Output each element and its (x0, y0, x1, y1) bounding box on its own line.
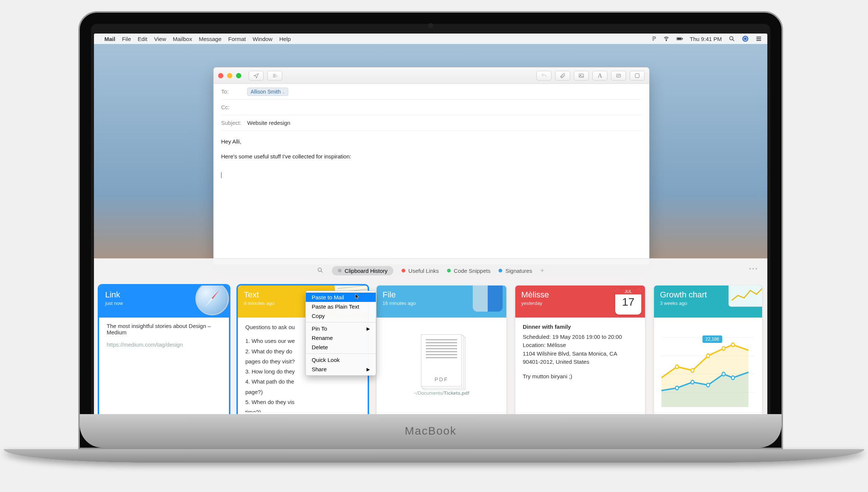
panel-more-icon[interactable]: ••• (749, 265, 758, 272)
event-title: Dinner with family (523, 323, 638, 331)
tab-useful-links[interactable]: Useful Links (402, 268, 439, 274)
menubar-clock[interactable]: Thu 9:41 PM (690, 36, 722, 42)
zoom-button[interactable] (236, 73, 241, 78)
card-link[interactable]: Link just now The most insightful storie… (99, 286, 229, 424)
chart-thumb-icon (729, 286, 762, 318)
clipboard-history-panel: Clipboard History Useful Links Code Snip… (94, 258, 767, 433)
to-label: To: (221, 88, 247, 95)
menubar-mailbox[interactable]: Mailbox (173, 36, 192, 42)
tab-dot-icon (447, 269, 451, 272)
svg-line-19 (321, 271, 323, 272)
ctx-copy[interactable]: Copy (306, 311, 376, 321)
clipboard-search-icon[interactable] (317, 267, 324, 275)
laptop-frame: Mail File Edit View Mailbox Message Form… (78, 11, 783, 449)
siri-icon[interactable] (742, 35, 749, 42)
svg-point-27 (707, 354, 710, 358)
battery-icon[interactable] (676, 35, 683, 42)
card-event[interactable]: Mèlisse yesterday JUL 17 Dinner with fam… (515, 286, 645, 424)
svg-point-4 (730, 37, 733, 40)
menubar-help[interactable]: Help (279, 36, 291, 42)
clipboard-cards: Link just now The most insightful storie… (94, 277, 767, 424)
mail-body-line2: Here's some useful stuff I've collected … (221, 152, 642, 161)
macos-menubar: Mail File Edit View Mailbox Message Form… (94, 34, 767, 44)
send-button[interactable] (249, 71, 264, 81)
mail-body-line1: Hey Alli, (221, 137, 642, 146)
ctx-share[interactable]: Share▶ (306, 365, 376, 374)
file-thumbnail: PDF ~/Documents/Tickets.pdf (384, 323, 499, 407)
ctx-delete[interactable]: Delete (306, 343, 376, 352)
tab-code-snippets[interactable]: Code Snippets (447, 268, 490, 274)
tab-dot-icon (499, 269, 502, 272)
reply-button[interactable] (537, 71, 551, 81)
menubar-format[interactable]: Format (228, 36, 246, 42)
svg-point-34 (732, 376, 735, 379)
chart-annotation: 22,186 (702, 335, 722, 343)
ctx-paste-plain-text[interactable]: Paste as Plain Text (306, 302, 376, 311)
notification-center-icon[interactable] (755, 35, 762, 42)
mail-body[interactable]: Hey Alli, Here's some useful stuff I've … (214, 131, 649, 186)
event-note: Try mutton biryani ;) (523, 372, 638, 381)
emoji-button[interactable] (630, 71, 645, 81)
ctx-quick-look[interactable]: Quick Look (306, 355, 376, 365)
ctx-rename[interactable]: Rename (306, 333, 376, 343)
menubar-window[interactable]: Window (253, 36, 273, 42)
safari-icon (195, 286, 229, 318)
tab-clipboard-history[interactable]: Clipboard History (332, 266, 393, 275)
photo-browser-button[interactable] (574, 71, 589, 81)
card-growth-chart[interactable]: Growth chart 3 weeks ago (654, 286, 762, 424)
svg-point-18 (318, 268, 321, 271)
svg-line-5 (733, 40, 734, 41)
status-app-icon[interactable]: ℙ (652, 35, 656, 42)
recipient-chip[interactable]: Allison Smith⌄ (247, 88, 288, 96)
tab-dot-icon (402, 269, 405, 272)
camera-dot (428, 23, 433, 28)
tab-dot-icon (338, 269, 342, 272)
screen: Mail File Edit View Mailbox Message Form… (94, 34, 767, 433)
menubar-edit[interactable]: Edit (138, 36, 147, 42)
mail-compose-window: A To: Allison Smith⌄ Cc: Subject: Websit… (213, 67, 650, 265)
card-file[interactable]: File 16 minutes ago PDF (377, 286, 506, 424)
spotlight-icon[interactable] (729, 35, 735, 42)
event-location: Location: Mélisse (523, 341, 638, 350)
svg-rect-2 (682, 38, 683, 40)
mouse-cursor-icon (355, 294, 361, 300)
subject-field-row[interactable]: Subject: Website redesign (221, 115, 642, 131)
to-field-row[interactable]: To: Allison Smith⌄ (221, 84, 642, 100)
link-title: The most insightful stories about Design… (107, 323, 221, 335)
svg-point-33 (722, 372, 725, 376)
menubar-message[interactable]: Message (199, 36, 221, 42)
attach-button[interactable] (555, 71, 570, 81)
add-tab-button[interactable]: + (540, 267, 544, 275)
svg-point-29 (732, 343, 735, 347)
wifi-icon[interactable] (663, 35, 670, 42)
svg-point-32 (707, 383, 710, 387)
menubar-view[interactable]: View (154, 36, 166, 42)
menubar-app-name[interactable]: Mail (104, 36, 115, 42)
ctx-paste-to-mail[interactable]: Paste to Mail (306, 293, 376, 302)
calendar-icon: JUL 17 (615, 288, 641, 315)
traffic-lights (218, 73, 241, 78)
menubar-file[interactable]: File (122, 36, 131, 42)
hardware-label: MacBook (405, 425, 456, 437)
clipboard-tabs: Clipboard History Useful Links Code Snip… (94, 264, 767, 277)
svg-point-26 (691, 369, 694, 372)
event-address1: 1104 Wilshire Blvd, Santa Monica, CA (523, 350, 638, 358)
markup-button[interactable] (611, 71, 626, 81)
svg-point-31 (691, 380, 694, 384)
laptop-base: MacBook (80, 414, 781, 448)
ctx-pin-to[interactable]: Pin To▶ (306, 324, 376, 333)
event-schedule: Scheduled: 19 May 2016 19:00 to 20:00 (523, 333, 638, 341)
cc-field-row[interactable]: Cc: (221, 100, 642, 115)
file-path: ~/Documents/Tickets.pdf (414, 390, 469, 396)
mail-titlebar[interactable]: A (214, 67, 649, 84)
svg-point-6 (742, 36, 748, 42)
subject-value: Website redesign (247, 120, 290, 126)
close-button[interactable] (218, 73, 223, 78)
format-button[interactable]: A (592, 71, 607, 81)
minimize-button[interactable] (227, 73, 232, 78)
subject-label: Subject: (221, 120, 247, 126)
svg-rect-17 (635, 73, 639, 78)
tab-signatures[interactable]: Signatures (499, 268, 532, 274)
context-menu: Paste to Mail Paste as Plain Text Copy P… (305, 291, 376, 376)
header-fields-button[interactable] (267, 71, 282, 81)
